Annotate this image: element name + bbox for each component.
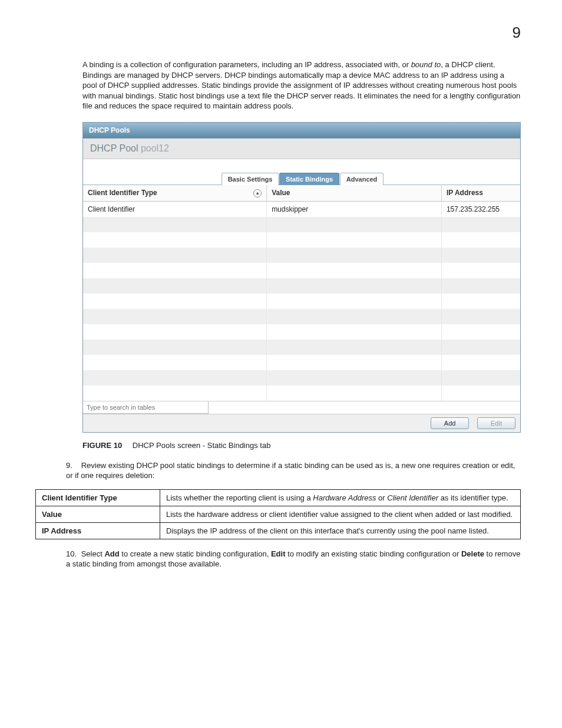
tab-advanced[interactable]: Advanced [340,173,384,185]
bindings-table: Client Identifier Type ▲ Value IP Addres… [83,185,520,401]
panel-footer: Add Edit [83,414,520,432]
desc-text: Lists the hardware address or client ide… [160,506,521,522]
pool-label: DHCP Pool [90,143,138,153]
table-row [83,386,520,401]
col-client-id-type-label: Client Identifier Type [88,189,157,197]
tab-basic-settings[interactable]: Basic Settings [222,173,279,185]
col-value[interactable]: Value [267,185,442,201]
step-9: 9. Review existing DHCP pool static bind… [66,460,521,481]
desc-term: Value [36,506,160,522]
table-row [83,217,520,232]
table-row [83,370,520,386]
desc-term: Client Identifier Type [36,489,160,506]
table-row [83,309,520,324]
table-row [83,324,520,340]
desc-row-ip-address: IP Address Displays the IP address of th… [36,522,521,539]
desc-row-client-id-type: Client Identifier Type Lists whether the… [36,489,521,506]
step-9-num: 9. [66,460,79,471]
col-client-id-type[interactable]: Client Identifier Type ▲ [83,185,267,201]
edit-button[interactable]: Edit [477,417,515,429]
add-button[interactable]: Add [431,417,470,429]
desc-term: IP Address [36,522,160,539]
panel-header: DHCP Pools [83,123,520,139]
desc-text: Displays the IP address of the client on… [160,522,521,539]
table-row [83,232,520,248]
pool-name: pool12 [141,143,169,153]
table-row [83,294,520,309]
desc-row-value: Value Lists the hardware address or clie… [36,506,521,522]
table-row [83,263,520,278]
tab-strip: Basic Settings Static Bindings Advanced [83,159,520,185]
sort-asc-icon[interactable]: ▲ [253,189,262,197]
cell-value: mudskipper [267,201,442,217]
search-input[interactable] [83,401,209,414]
pool-title: DHCP Pool pool12 [83,139,520,159]
table-row[interactable]: Client Identifiermudskipper157.235.232.2… [83,201,520,217]
cell-client-id-type: Client Identifier [83,201,267,217]
table-row [83,340,520,355]
panel-search [83,401,520,414]
field-description-table: Client Identifier Type Lists whether the… [35,489,521,539]
cell-ip-address: 157.235.232.255 [441,201,520,217]
tab-static-bindings[interactable]: Static Bindings [279,173,339,185]
desc-text: Lists whether the reporting client is us… [160,489,521,506]
figure-caption: FIGURE 10 DHCP Pools screen - Static Bin… [82,441,527,450]
col-ip-address[interactable]: IP Address [441,185,520,201]
step-10-num: 10. [66,549,79,559]
table-row [83,355,520,370]
step-9-text: Review existing DHCP pool static binding… [66,461,515,480]
step-10: 10. Select Add to create a new static bi… [66,549,521,569]
intro-paragraph: A binding is a collection of configurati… [82,60,521,111]
dhcp-pools-panel: DHCP Pools DHCP Pool pool12 Basic Settin… [82,122,521,433]
table-row [83,278,520,294]
table-row [83,248,520,263]
page-number: 9 [35,24,521,42]
figure-label: FIGURE 10 [82,441,122,450]
figure-text: DHCP Pools screen - Static Bindings tab [133,441,271,450]
